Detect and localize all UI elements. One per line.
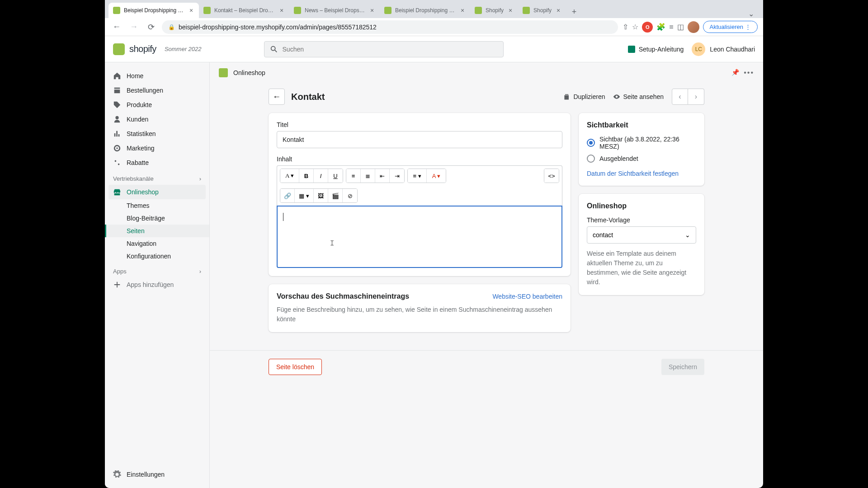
sidebar-item-products[interactable]: Produkte [105,98,209,112]
sidebar-section-channels[interactable]: Vertriebskanäle› [105,170,209,185]
share-icon[interactable]: ⇧ [623,23,628,31]
bullet-list-button[interactable]: ≡ [346,169,361,183]
close-icon[interactable]: × [278,7,285,14]
url-text: beispiel-dropshipping-store.myshopify.co… [179,23,377,31]
close-icon[interactable]: × [369,7,375,14]
tabs-dropdown-icon[interactable]: ⌄ [743,9,760,18]
sidebar-sub-pages[interactable]: Seiten [105,225,209,237]
back-icon[interactable]: ← [110,21,123,33]
tab-title: Shopify [486,7,504,14]
browser-tab[interactable]: Kontakt – Beispiel Dropship× [199,3,289,18]
reading-list-icon[interactable]: ≡ [669,23,673,31]
url-input[interactable]: 🔒 beispiel-dropshipping-store.myshopify.… [162,20,618,34]
html-button[interactable]: <> [544,169,559,183]
close-icon[interactable]: × [555,7,561,14]
browser-tab[interactable]: Shopify× [518,3,566,18]
close-icon[interactable]: × [188,7,194,14]
clear-format-button[interactable]: ⊘ [343,189,357,202]
user-menu[interactable]: LC Leon Chaudhari [692,42,755,56]
sidebar-item-orders[interactable]: Bestellungen [105,83,209,98]
table-dropdown[interactable]: ▦ ▾ [295,189,314,202]
save-button[interactable]: Speichern [661,359,704,375]
link-button[interactable]: 🔗 [280,189,295,202]
forward-icon[interactable]: → [127,21,140,33]
logo[interactable]: shopify [113,43,156,55]
next-button[interactable]: › [688,89,704,105]
back-button[interactable]: ← [269,89,285,105]
more-icon: ⋮ [745,23,751,30]
sidebar-item-analytics[interactable]: Statistiken [105,127,209,141]
radio-icon [587,139,595,147]
pin-icon[interactable]: 📌 [731,69,739,77]
number-list-button[interactable]: ≣ [361,169,375,183]
more-icon[interactable]: ••• [744,69,754,77]
template-select[interactable]: contact ⌄ [587,226,696,244]
align-dropdown[interactable]: ≡ ▾ [408,169,427,183]
visibility-visible-radio[interactable]: Sichtbar (ab 3.8.2022, 22:36 MESZ) [587,136,696,150]
chevron-down-icon: ⌄ [685,231,690,239]
search-input[interactable] [264,41,504,57]
indent-button[interactable]: ⇥ [390,169,404,183]
underline-button[interactable]: U [328,169,343,183]
sidebar-item-customers[interactable]: Kunden [105,112,209,127]
delete-page-button[interactable]: Seite löschen [269,359,322,375]
sidebar-item-onlineshop[interactable]: Onlineshop [108,185,206,199]
search-field[interactable] [283,46,498,53]
sidebar-item-add-apps[interactable]: Apps hinzufügen [105,277,209,292]
shopify-icon [113,43,125,55]
chevron-right-icon: › [199,175,201,182]
browser-tab[interactable]: Shopify× [470,3,518,18]
browser-tabs: Beispiel Dropshipping Stor× Kontakt – Be… [105,0,763,18]
sidebar-item-home[interactable]: Home [105,69,209,83]
video-button[interactable]: 🎬 [328,189,343,202]
favicon-icon [384,7,392,14]
new-tab-button[interactable]: + [568,5,580,18]
sidebar-item-settings[interactable]: Einstellungen [105,467,209,482]
setup-link[interactable]: Setup-Anleitung [628,46,684,53]
view-page-button[interactable]: Seite ansehen [613,93,664,100]
format-dropdown[interactable]: A ▾ [280,169,299,183]
user-name: Leon Chaudhari [710,46,755,53]
tab-title: News – Beispiel Dropshipp [305,7,365,14]
star-icon[interactable]: ☆ [632,23,638,31]
seo-edit-link[interactable]: Website-SEO bearbeiten [492,293,562,300]
orders-icon [113,86,121,94]
store-icon [219,68,228,77]
browser-tab[interactable]: News – Beispiel Dropshipp× [289,3,380,18]
extension-icon[interactable]: O [642,22,653,33]
gear-icon [113,470,121,479]
prev-button[interactable]: ‹ [672,89,688,105]
favicon-icon [113,7,120,14]
page-header: ← Kontakt Duplizieren Seite ansehen ‹ › [210,83,763,113]
visibility-hidden-radio[interactable]: Ausgeblendet [587,155,696,163]
sidebar-sub-navigation[interactable]: Navigation [105,237,209,250]
tab-title: Beispiel Dropshipping Stor [395,7,456,14]
italic-button[interactable]: I [314,169,328,183]
reload-icon[interactable]: ⟳ [145,21,157,33]
duplicate-button[interactable]: Duplizieren [563,93,605,100]
sidebar-sub-blog[interactable]: Blog-Beiträge [105,212,209,225]
bold-button[interactable]: B [299,169,314,183]
content-editor[interactable]: 𝙸 [277,206,562,268]
sidepanel-icon[interactable]: ◫ [677,23,684,31]
sidebar-section-apps[interactable]: Apps› [105,263,209,277]
close-icon[interactable]: × [459,7,466,14]
editor-toolbar: A ▾ B I U ≡ ≣ ⇤ ⇥ [277,165,562,206]
close-icon[interactable]: × [507,7,514,14]
eye-icon [613,93,620,100]
browser-tab[interactable]: Beispiel Dropshipping Stor× [380,3,470,18]
sidebar-sub-config[interactable]: Konfigurationen [105,250,209,263]
sidebar-item-discounts[interactable]: Rabatte [105,155,209,170]
extensions-icon[interactable]: 🧩 [656,23,665,31]
schedule-link[interactable]: Datum der Sichtbarkeit festlegen [587,170,679,177]
sidebar-sub-themes[interactable]: Themes [105,199,209,212]
chevron-right-icon: › [199,268,201,275]
browser-tab[interactable]: Beispiel Dropshipping Stor× [108,3,199,18]
sidebar-item-marketing[interactable]: Marketing [105,141,209,155]
color-dropdown[interactable]: A ▾ [427,169,446,183]
profile-avatar-icon[interactable] [688,21,699,33]
update-button[interactable]: Aktualisieren⋮ [703,21,758,33]
title-input[interactable] [277,131,562,148]
image-button[interactable]: 🖼 [314,189,328,202]
outdent-button[interactable]: ⇤ [375,169,390,183]
